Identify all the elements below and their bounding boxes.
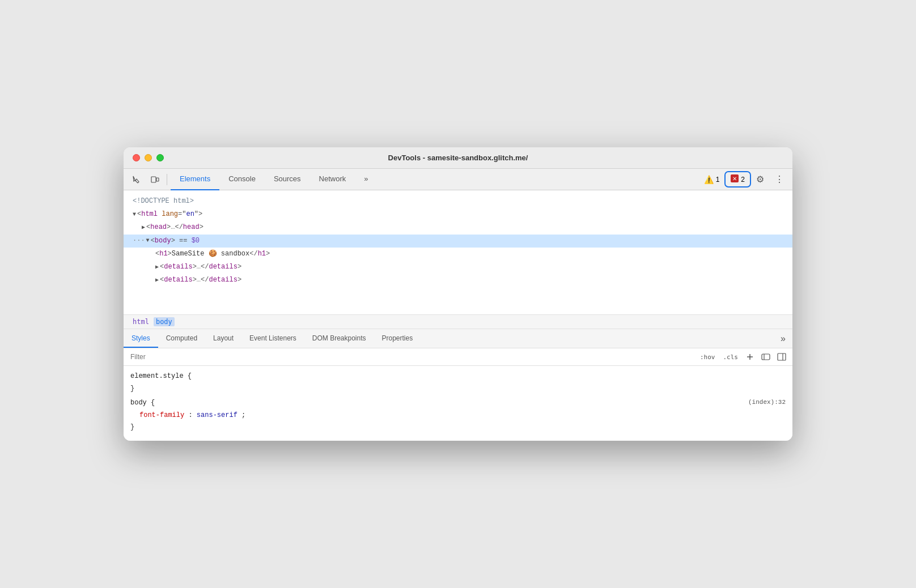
css-source-link[interactable]: (index):32 [748,397,786,408]
minimize-button[interactable] [145,154,152,161]
css-element-style-selector[interactable]: element.style { [130,370,786,383]
devtools-toolbar: Elements Console Sources Network » ⚠️ 1 [124,169,792,190]
css-body-selector-line[interactable]: body { (index):32 [130,397,786,410]
sub-tab-computed[interactable]: Computed [158,329,205,348]
toolbar-divider [167,174,167,185]
tab-more[interactable]: » [355,169,377,190]
sub-tab-layout[interactable]: Layout [205,329,241,348]
filter-bar: :hov .cls [124,348,792,366]
css-block-body: body { (index):32 font-family : sans-ser… [130,397,786,434]
tab-elements[interactable]: Elements [171,169,219,190]
hov-button[interactable]: :hov [698,352,718,362]
more-icon: ⋮ [775,174,784,185]
devtools-window: DevTools - samesite-sandbox.glitch.me/ E… [124,147,792,441]
tab-network[interactable]: Network [310,169,355,190]
svg-text:✕: ✕ [732,176,737,182]
cls-button[interactable]: .cls [721,352,741,362]
close-button[interactable] [133,154,140,161]
filter-actions: :hov .cls [698,351,788,363]
dom-line-doctype[interactable]: <!DOCTYPE html> [124,195,792,208]
triangle-head[interactable] [142,223,145,232]
error-badge-button[interactable]: ✕ 2 [726,173,749,186]
sub-tab-event-listeners[interactable]: Event Listeners [241,329,304,348]
dom-line-html[interactable]: <html lang="en"> [124,208,792,221]
triangle-body[interactable] [146,236,150,245]
filter-input[interactable] [128,352,693,362]
warning-badge-button[interactable]: ⚠️ 1 [699,173,724,186]
breadcrumb: html body [124,315,792,329]
tab-console[interactable]: Console [219,169,265,190]
inspect-element-button[interactable] [128,172,145,188]
css-element-style-close: } [130,383,786,395]
styles-panel: Styles Computed Layout Event Listeners D… [124,329,792,441]
warning-icon: ⚠️ [704,175,714,184]
element-state-button[interactable] [760,351,772,363]
sub-tab-properties[interactable]: Properties [374,329,421,348]
dom-line-head[interactable]: <head>…</head> [124,221,792,234]
css-block-element-style: element.style { } [130,370,786,395]
dom-line-details-1[interactable]: <details>…</details> [124,261,792,274]
triangle-details1[interactable] [155,263,159,272]
breadcrumb-html[interactable]: html [130,317,151,326]
title-bar: DevTools - samesite-sandbox.glitch.me/ [124,147,792,169]
css-property-font-family[interactable]: font-family : sans-serif ; [130,410,786,422]
triangle-html[interactable] [133,210,136,219]
triangle-details2[interactable] [155,276,159,285]
maximize-button[interactable] [156,154,164,161]
new-rule-button[interactable] [744,351,756,363]
sub-tab-more[interactable]: » [774,329,792,348]
css-content: element.style { } body { (index):32 font… [124,366,792,441]
css-body-close: } [130,421,786,434]
error-icon: ✕ [731,174,739,184]
warning-count: 1 [716,176,720,184]
breadcrumb-body[interactable]: body [154,317,175,326]
device-toolbar-button[interactable] [146,172,163,188]
dom-line-body[interactable]: ··· <body> == $0 [124,235,792,248]
window-title: DevTools - samesite-sandbox.glitch.me/ [388,154,528,162]
sub-tab-dom-breakpoints[interactable]: DOM Breakpoints [304,329,374,348]
settings-icon: ⚙ [756,174,764,185]
sub-tab-styles[interactable]: Styles [124,329,158,348]
sub-tabs: Styles Computed Layout Event Listeners D… [124,329,792,348]
sidebar-toggle-button[interactable] [775,351,788,363]
svg-rect-8 [778,353,786,360]
dom-line-details-2[interactable]: <details>…</details> [124,274,792,287]
svg-rect-1 [156,178,159,181]
settings-button[interactable]: ⚙ [752,172,769,188]
more-options-button[interactable]: ⋮ [771,172,788,188]
traffic-lights [133,154,164,161]
toolbar-tabs: Elements Console Sources Network » [171,169,698,190]
dom-line-h1[interactable]: <h1>SameSite 🍪 sandbox</h1> [124,248,792,261]
toolbar-right: ⚠️ 1 ✕ 2 ⚙ ⋮ [699,172,788,188]
tab-sources[interactable]: Sources [265,169,310,190]
svg-rect-0 [151,177,156,182]
error-count: 2 [741,176,745,184]
dom-tree: <!DOCTYPE html> <html lang="en"> <head>…… [124,190,792,315]
svg-rect-6 [762,354,770,360]
